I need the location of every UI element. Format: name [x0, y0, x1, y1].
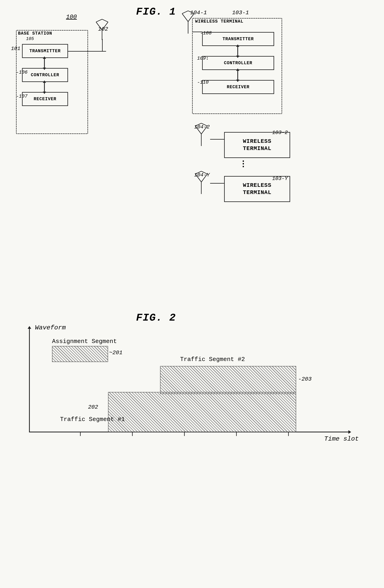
svg-line-2	[96, 19, 102, 22]
svg-line-7	[182, 11, 188, 14]
svg-line-6	[188, 14, 194, 21]
label-100: 100	[66, 14, 77, 21]
traffic-segment-1-label: Traffic Segment #1	[60, 416, 125, 423]
traffic-segment-2-label: Traffic Segment #2	[180, 356, 245, 363]
bs-tc-arrow	[44, 58, 45, 68]
wt1-transmitter-label: TRANSMITTER	[223, 37, 254, 42]
fig2-title: FIG. 2	[136, 312, 176, 324]
wt1-controller-label: CONTROLLER	[224, 61, 252, 66]
label-103-1: 103-1	[232, 10, 249, 16]
bs-cr-arrow	[44, 82, 45, 92]
bs-transmitter-box: TRANSMITTER	[22, 44, 68, 58]
line-bs-antenna	[68, 51, 106, 52]
timeslot-label: Time slot	[324, 435, 359, 442]
svg-line-8	[188, 11, 194, 14]
assignment-segment-label: Assignment Segment	[52, 338, 117, 345]
bs-receiver-label: RECEIVER	[34, 97, 56, 102]
traffic-segment-2-bar	[160, 366, 296, 394]
bs-sublabel: 105	[26, 36, 34, 42]
label-103-2: 103-2	[272, 130, 288, 136]
svg-line-5	[182, 14, 188, 21]
svg-line-3	[102, 19, 108, 22]
tick-4	[236, 432, 237, 436]
dots-between: ⋮	[239, 160, 247, 169]
base-station-label: BASE STATION	[18, 31, 52, 36]
wty-label: WIRELESSTERMINAL	[243, 182, 271, 196]
tick-2	[132, 432, 133, 436]
label-203: -203	[298, 376, 312, 382]
page: FIG. 1 100 BASE STATION 105 101 TRANSMIT…	[0, 0, 384, 588]
label-104-y: 104-Y	[194, 172, 210, 178]
label-103-y: 103-Y	[272, 176, 288, 182]
bs-controller-box: CONTROLLER	[22, 68, 68, 82]
antenna-104-1	[180, 10, 196, 35]
wt1-tc-arrow	[237, 46, 238, 56]
label-202: 202	[88, 404, 98, 410]
line-anty-wty	[210, 183, 225, 184]
label-101: 101	[11, 46, 21, 52]
bs-receiver-box: RECEIVER	[22, 92, 68, 106]
label-108: -108	[200, 30, 212, 36]
fig1-title: FIG. 1	[136, 6, 176, 18]
wt1-receiver-label: RECEIVER	[227, 84, 249, 90]
waveform-label: Waveform	[35, 324, 66, 331]
label-102: 102	[98, 26, 108, 32]
y-axis	[29, 328, 30, 432]
wt1-cr-arrow	[237, 70, 238, 80]
label-104-2: 104-2	[194, 124, 210, 130]
line-ant2-wt2	[210, 139, 225, 140]
bs-transmitter-label: TRANSMITTER	[29, 49, 61, 54]
wt1-receiver-box: RECEIVER	[202, 80, 274, 94]
tick-1	[80, 432, 81, 436]
wt1-label: WIRELESS TERMINAL	[195, 19, 243, 24]
wt2-label: WIRELESSTERMINAL	[243, 138, 271, 152]
traffic-segment-1-bar	[108, 392, 296, 432]
wt2-box: WIRELESSTERMINAL	[224, 132, 290, 158]
wt1-controller-box: CONTROLLER	[202, 56, 274, 70]
tick-3	[184, 432, 185, 436]
label-201: ~201	[109, 350, 122, 356]
bs-controller-label: CONTROLLER	[31, 73, 59, 78]
wt1-transmitter-box: TRANSMITTER	[202, 32, 274, 46]
assignment-segment-bar	[52, 346, 108, 362]
tick-5	[288, 432, 289, 436]
antenna-104-1-svg	[180, 10, 196, 34]
